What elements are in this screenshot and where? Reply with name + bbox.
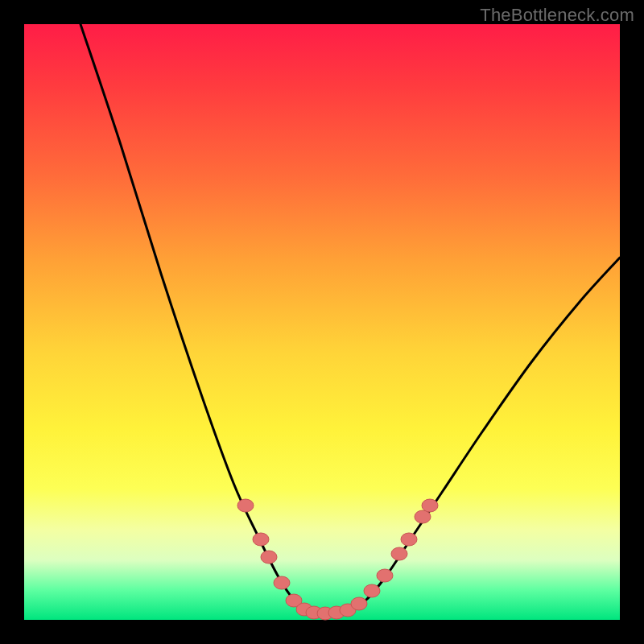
curve-markers	[237, 499, 438, 620]
curve-marker	[351, 597, 367, 610]
curve-marker	[401, 533, 417, 546]
curve-marker	[364, 584, 380, 597]
bottleneck-chart	[24, 24, 620, 620]
curve-marker	[261, 551, 277, 564]
curve-marker	[237, 499, 254, 512]
curve-marker	[391, 547, 407, 560]
curve-marker	[274, 576, 290, 589]
curve-marker	[253, 533, 269, 546]
curve-marker	[415, 510, 431, 523]
outer-frame: TheBottleneck.com	[0, 0, 644, 644]
curve-marker	[377, 569, 393, 582]
bottleneck-curve	[80, 24, 620, 613]
curve-marker	[422, 499, 438, 512]
watermark-text: TheBottleneck.com	[480, 5, 634, 26]
